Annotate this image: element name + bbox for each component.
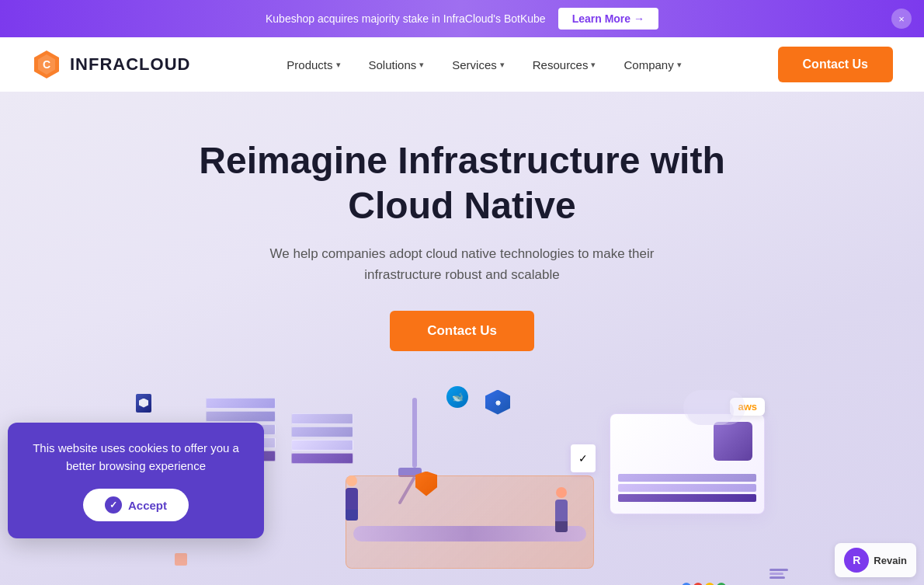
cloud-shape-2	[683, 390, 745, 425]
conveyor-belt	[353, 526, 586, 541]
server-tower-left2	[291, 413, 353, 464]
decorative-dot-2	[175, 553, 187, 566]
chevron-down-icon: ▾	[500, 60, 505, 70]
nav-item-solutions[interactable]: Solutions▾	[369, 58, 425, 71]
cookie-text: This website uses cookies to offer you a…	[26, 440, 245, 475]
announcement-close-button[interactable]: ×	[891, 9, 912, 29]
cookie-banner: This website uses cookies to offer you a…	[8, 423, 264, 538]
logo-text: INFRACLOUD	[70, 54, 190, 75]
nav-item-products[interactable]: Products▾	[287, 58, 340, 71]
logo[interactable]: C INFRACLOUD	[31, 49, 190, 80]
revain-logo-icon: R	[844, 548, 869, 573]
revain-label: Revain	[874, 555, 907, 566]
hero-subtitle: We help companies adopt cloud native tec…	[260, 243, 664, 285]
announcement-text: Kubeshop acquires majority stake in Infr…	[266, 12, 546, 25]
right-platform	[610, 413, 765, 514]
accept-label: Accept	[128, 499, 167, 512]
check-document-icon: ✓	[571, 444, 596, 472]
person-figure-2	[555, 487, 568, 532]
announcement-bar: Kubeshop acquires majority stake in Infr…	[0, 0, 924, 37]
logo-icon: C	[31, 49, 62, 80]
svg-text:C: C	[43, 58, 50, 71]
nav-contact-button[interactable]: Contact Us	[778, 47, 893, 82]
chevron-down-icon: ▾	[419, 60, 424, 70]
hero-title: Reimagine Infrastructure with Cloud Nati…	[151, 138, 773, 228]
hero-contact-button[interactable]: Contact Us	[390, 311, 534, 351]
nav-item-services[interactable]: Services▾	[452, 58, 505, 71]
chevron-down-icon: ▾	[336, 60, 341, 70]
nav-item-resources[interactable]: Resources▾	[533, 58, 596, 71]
person-figure-1	[346, 475, 358, 521]
left-tech-icon	[136, 394, 151, 413]
docker-icon: 🐋	[446, 386, 468, 408]
gcp-badge	[682, 583, 726, 585]
accept-cookies-button[interactable]: ✓ Accept	[83, 489, 189, 521]
navbar: C INFRACLOUD Products▾ Solutions▾ Servic…	[0, 37, 924, 92]
revain-badge: R Revain	[835, 543, 916, 577]
nav-links: Products▾ Solutions▾ Services▾ Resources…	[287, 58, 681, 71]
chevron-down-icon: ▾	[591, 60, 596, 70]
nav-item-company[interactable]: Company▾	[624, 58, 681, 71]
right-list-icon	[769, 569, 788, 579]
checkmark-icon: ✓	[105, 496, 122, 514]
chevron-down-icon: ▾	[677, 60, 682, 70]
learn-more-button[interactable]: Learn More →	[558, 8, 658, 30]
kubernetes-icon: ⎈	[485, 390, 510, 415]
